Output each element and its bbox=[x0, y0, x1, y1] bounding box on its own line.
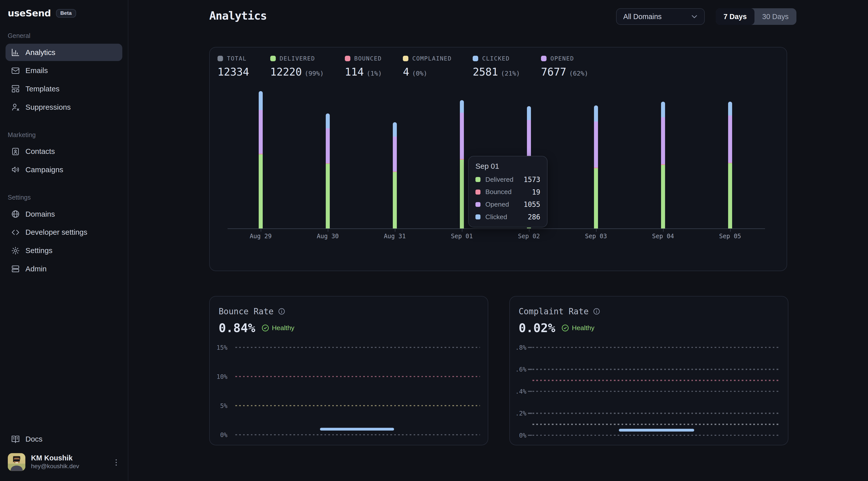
bar-sep-05[interactable] bbox=[728, 102, 732, 228]
bar-sep-02[interactable] bbox=[527, 106, 531, 229]
bar-segment-clicked bbox=[594, 105, 598, 122]
email-events-card: TOTAL12334DELIVERED12220(99%)BOUNCED114(… bbox=[209, 47, 787, 271]
sidebar-nav: GeneralAnalyticsEmailsTemplatesSuppressi… bbox=[5, 32, 122, 278]
range-option-30-days[interactable]: 30 Days bbox=[754, 8, 797, 25]
bar-segment-opened bbox=[661, 117, 665, 164]
bar-segment-delivered bbox=[728, 163, 732, 228]
bar-segment-clicked bbox=[661, 102, 665, 117]
y-axis-tick bbox=[528, 347, 532, 348]
bounce-status-badge: Healthy bbox=[261, 324, 294, 332]
x-axis-tick bbox=[328, 229, 328, 232]
bar-sep-03[interactable] bbox=[594, 105, 598, 228]
sidebar-item-templates[interactable]: Templates bbox=[5, 80, 122, 97]
sidebar-item-campaigns[interactable]: Campaigns bbox=[5, 161, 122, 178]
gridline bbox=[532, 391, 779, 392]
domain-filter-value: All Domains bbox=[623, 12, 662, 21]
user-name: KM Koushik bbox=[31, 454, 79, 462]
y-axis-label: 5% bbox=[210, 402, 227, 409]
x-axis-label: Sep 04 bbox=[652, 232, 674, 240]
app-logo: useSend bbox=[8, 8, 51, 19]
gridline bbox=[532, 413, 779, 414]
sidebar-item-docs[interactable]: Docs bbox=[5, 430, 122, 448]
gear-icon bbox=[11, 246, 20, 255]
mail-icon bbox=[11, 66, 20, 75]
x-axis-tick bbox=[395, 229, 395, 232]
bar-sep-01[interactable] bbox=[460, 100, 464, 228]
info-icon[interactable] bbox=[278, 308, 285, 315]
y-axis-tick bbox=[528, 391, 532, 392]
sidebar-item-emails[interactable]: Emails bbox=[5, 62, 122, 79]
bar-aug-31[interactable] bbox=[393, 122, 397, 228]
bar-segment-opened bbox=[527, 120, 531, 166]
domain-filter-select[interactable]: All Domains bbox=[616, 8, 705, 25]
x-axis-tick bbox=[663, 229, 663, 232]
megaphone-icon bbox=[11, 165, 20, 174]
x-axis-label: Sep 05 bbox=[719, 232, 741, 240]
y-axis-label: .8% bbox=[510, 344, 526, 351]
gridline bbox=[532, 380, 779, 381]
sidebar-item-developer-settings[interactable]: Developer settings bbox=[5, 224, 122, 241]
y-axis-label: .2% bbox=[510, 410, 526, 417]
globe-icon bbox=[11, 210, 20, 218]
y-axis-tick bbox=[528, 369, 532, 370]
x-axis-label: Aug 30 bbox=[317, 232, 339, 240]
avatar bbox=[8, 453, 26, 471]
bar-segment-delivered bbox=[393, 172, 397, 228]
sidebar-item-admin[interactable]: Admin bbox=[5, 260, 122, 278]
nav-section-label-settings: Settings bbox=[8, 194, 120, 201]
x-axis-label: Sep 01 bbox=[451, 232, 473, 240]
complaint-status-badge: Healthy bbox=[561, 324, 594, 332]
range-option-7-days[interactable]: 7 Days bbox=[716, 8, 754, 25]
contact-book-icon bbox=[11, 147, 20, 156]
x-axis-tick bbox=[529, 229, 529, 232]
bar-segment-opened bbox=[460, 113, 464, 159]
gridline bbox=[235, 434, 480, 435]
sidebar-item-suppressions[interactable]: Suppressions bbox=[5, 99, 122, 116]
x-axis-label: Sep 03 bbox=[585, 232, 607, 240]
gridline bbox=[235, 347, 480, 348]
bar-segment-clicked bbox=[393, 122, 397, 136]
bar-segment-delivered bbox=[594, 168, 598, 228]
bar-chart-icon bbox=[11, 48, 20, 57]
x-axis-label: Aug 31 bbox=[384, 232, 406, 240]
bounce-rate-value: 0.84% bbox=[218, 321, 255, 335]
y-axis-tick bbox=[528, 435, 532, 436]
bar-segment-clicked bbox=[527, 106, 531, 120]
bar-aug-29[interactable] bbox=[259, 91, 262, 228]
complaint-rate-value: 0.02% bbox=[519, 321, 555, 335]
rate-line-segment bbox=[320, 428, 394, 430]
bar-sep-04[interactable] bbox=[661, 102, 665, 228]
header-controls: All Domains 7 Days30 Days bbox=[616, 8, 797, 25]
chevron-down-icon bbox=[690, 12, 699, 21]
sidebar-item-contacts[interactable]: Contacts bbox=[5, 143, 122, 160]
nav-section-label-marketing: Marketing bbox=[8, 131, 120, 138]
bar-segment-opened bbox=[393, 136, 397, 171]
app-window: useSend Beta GeneralAnalyticsEmailsTempl… bbox=[0, 0, 868, 481]
x-axis-tick bbox=[261, 229, 261, 232]
user-email: hey@koushik.dev bbox=[31, 462, 79, 470]
sidebar-footer: Docs KM Koushik bbox=[5, 430, 122, 477]
x-axis-line bbox=[227, 228, 765, 229]
bar-segment-opened bbox=[326, 128, 330, 163]
sidebar-item-settings[interactable]: Settings bbox=[5, 242, 122, 259]
bar-segment-opened bbox=[594, 122, 598, 167]
sidebar-item-domains[interactable]: Domains bbox=[5, 205, 122, 223]
page-title: Analytics bbox=[209, 9, 267, 22]
bar-aug-30[interactable] bbox=[326, 114, 330, 228]
y-axis-label: .4% bbox=[510, 388, 526, 395]
user-row[interactable]: KM Koushik hey@koushik.dev bbox=[5, 449, 122, 477]
bar-segment-opened bbox=[259, 110, 262, 154]
sidebar-item-analytics[interactable]: Analytics bbox=[5, 44, 122, 61]
bar-segment-opened bbox=[728, 116, 732, 162]
bar-segment-clicked bbox=[460, 100, 464, 113]
check-circle-icon bbox=[561, 324, 569, 332]
bar-segment-clicked bbox=[326, 114, 330, 129]
gridline bbox=[532, 435, 779, 436]
beta-badge: Beta bbox=[56, 9, 76, 18]
bounce-rate-card: Bounce Rate 0.84% Healthy 15%10%5%0% bbox=[209, 296, 488, 445]
x-axis-tick bbox=[462, 229, 462, 232]
info-icon[interactable] bbox=[593, 308, 600, 315]
sidebar: useSend Beta GeneralAnalyticsEmailsTempl… bbox=[0, 0, 128, 481]
check-circle-icon bbox=[261, 324, 269, 332]
user-menu-kebab-icon[interactable] bbox=[111, 456, 121, 469]
